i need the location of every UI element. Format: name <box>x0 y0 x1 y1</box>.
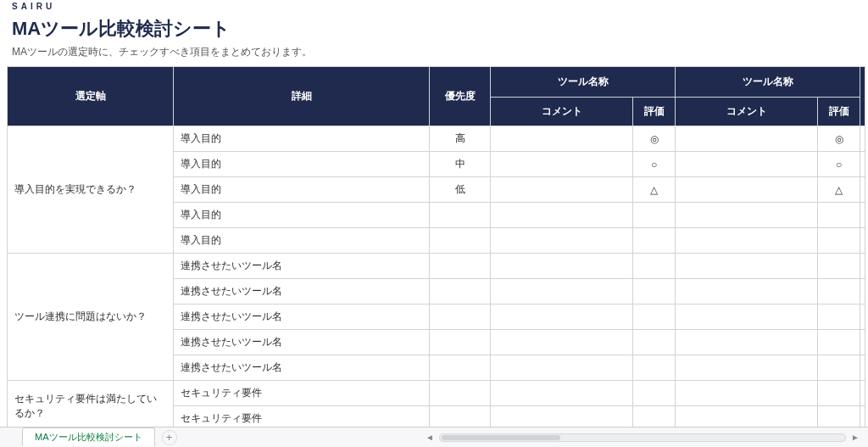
score-b-cell[interactable] <box>818 381 860 406</box>
score-a-cell[interactable] <box>633 228 676 254</box>
col-axis[interactable]: 選定軸 <box>8 67 174 126</box>
detail-cell[interactable]: 連携させたいツール名 <box>174 305 430 330</box>
axis-cell[interactable]: セキュリティ要件は満たしているか？ <box>8 381 174 427</box>
comment-a-cell[interactable] <box>491 126 633 152</box>
score-a-cell[interactable]: ◎ <box>633 126 676 152</box>
tail-cell[interactable] <box>860 126 865 152</box>
horizontal-scrollbar[interactable]: ◄ ► <box>424 427 868 447</box>
tail-cell[interactable] <box>860 279 865 305</box>
table-row[interactable]: セキュリティ要件は満たしているか？セキュリティ要件 <box>8 381 865 406</box>
priority-cell[interactable] <box>430 406 491 427</box>
detail-cell[interactable]: セキュリティ要件 <box>174 381 430 406</box>
score-b-cell[interactable] <box>818 330 860 355</box>
comment-a-cell[interactable] <box>491 406 633 427</box>
comment-a-cell[interactable] <box>491 381 633 406</box>
sheet-tab[interactable]: MAツール比較検討シート <box>22 427 155 446</box>
tail-cell[interactable] <box>860 305 865 330</box>
priority-cell[interactable] <box>430 381 491 406</box>
comment-a-cell[interactable] <box>491 279 633 305</box>
tail-cell[interactable] <box>860 381 865 406</box>
table-row[interactable]: 導入目的を実現できるか？導入目的高◎◎ <box>8 126 865 152</box>
detail-cell[interactable]: セキュリティ要件 <box>174 406 430 427</box>
score-b-cell[interactable] <box>818 305 860 330</box>
score-a-cell[interactable] <box>633 203 676 228</box>
score-b-cell[interactable]: ◎ <box>818 126 860 152</box>
score-b-cell[interactable] <box>818 406 860 427</box>
comment-a-cell[interactable] <box>491 355 633 381</box>
comment-a-cell[interactable] <box>491 254 633 279</box>
tail-cell[interactable] <box>860 152 865 177</box>
comment-a-cell[interactable] <box>491 203 633 228</box>
comment-b-cell[interactable] <box>676 203 818 228</box>
score-a-cell[interactable] <box>633 381 676 406</box>
score-b-cell[interactable] <box>818 203 860 228</box>
detail-cell[interactable]: 導入目的 <box>174 177 430 203</box>
comment-a-cell[interactable] <box>491 152 633 177</box>
score-a-cell[interactable]: ○ <box>633 152 676 177</box>
col-tool-a[interactable]: ツール名称 <box>491 67 676 98</box>
score-b-cell[interactable] <box>818 279 860 305</box>
comment-a-cell[interactable] <box>491 177 633 203</box>
comment-b-cell[interactable] <box>676 305 818 330</box>
detail-cell[interactable]: 連携させたいツール名 <box>174 355 430 381</box>
tail-cell[interactable] <box>860 203 865 228</box>
score-b-cell[interactable] <box>818 228 860 254</box>
col-score-b[interactable]: 評価 <box>818 98 860 126</box>
priority-cell[interactable] <box>430 228 491 254</box>
col-score-a[interactable]: 評価 <box>633 98 676 126</box>
score-b-cell[interactable] <box>818 254 860 279</box>
priority-cell[interactable]: 低 <box>430 177 491 203</box>
score-a-cell[interactable] <box>633 254 676 279</box>
table-row[interactable]: ツール連携に問題はないか？連携させたいツール名 <box>8 254 865 279</box>
priority-cell[interactable] <box>430 330 491 355</box>
priority-cell[interactable]: 中 <box>430 152 491 177</box>
priority-cell[interactable] <box>430 305 491 330</box>
col-priority[interactable]: 優先度 <box>430 67 491 126</box>
scroll-right-icon[interactable]: ► <box>849 433 861 442</box>
axis-cell[interactable]: ツール連携に問題はないか？ <box>8 254 174 381</box>
tail-cell[interactable] <box>860 355 865 381</box>
comment-b-cell[interactable] <box>676 126 818 152</box>
col-comment-b[interactable]: コメント <box>676 98 818 126</box>
score-b-cell[interactable] <box>818 355 860 381</box>
tail-cell[interactable] <box>860 177 865 203</box>
score-a-cell[interactable] <box>633 355 676 381</box>
comment-b-cell[interactable] <box>676 177 818 203</box>
tail-cell[interactable] <box>860 228 865 254</box>
score-a-cell[interactable] <box>633 305 676 330</box>
comment-b-cell[interactable] <box>676 152 818 177</box>
detail-cell[interactable]: 導入目的 <box>174 152 430 177</box>
detail-cell[interactable]: 連携させたいツール名 <box>174 254 430 279</box>
col-tool-b[interactable]: ツール名称 <box>676 67 860 98</box>
comment-b-cell[interactable] <box>676 406 818 427</box>
detail-cell[interactable]: 導入目的 <box>174 126 430 152</box>
detail-cell[interactable]: 連携させたいツール名 <box>174 279 430 305</box>
priority-cell[interactable] <box>430 203 491 228</box>
comment-a-cell[interactable] <box>491 330 633 355</box>
priority-cell[interactable] <box>430 279 491 305</box>
scroll-track[interactable] <box>439 433 846 442</box>
col-detail[interactable]: 詳細 <box>174 67 430 126</box>
axis-cell[interactable]: 導入目的を実現できるか？ <box>8 126 174 254</box>
col-comment-a[interactable]: コメント <box>491 98 633 126</box>
tail-cell[interactable] <box>860 330 865 355</box>
detail-cell[interactable]: 導入目的 <box>174 228 430 254</box>
scroll-left-icon[interactable]: ◄ <box>424 433 436 442</box>
score-a-cell[interactable] <box>633 406 676 427</box>
comment-b-cell[interactable] <box>676 254 818 279</box>
tail-cell[interactable] <box>860 254 865 279</box>
comment-b-cell[interactable] <box>676 330 818 355</box>
score-b-cell[interactable]: ○ <box>818 152 860 177</box>
scroll-thumb[interactable] <box>442 435 560 440</box>
score-b-cell[interactable]: △ <box>818 177 860 203</box>
tail-cell[interactable] <box>860 406 865 427</box>
priority-cell[interactable]: 高 <box>430 126 491 152</box>
comment-b-cell[interactable] <box>676 279 818 305</box>
comment-b-cell[interactable] <box>676 355 818 381</box>
priority-cell[interactable] <box>430 355 491 381</box>
comment-a-cell[interactable] <box>491 228 633 254</box>
add-sheet-button[interactable]: + <box>162 430 177 445</box>
comment-a-cell[interactable] <box>491 305 633 330</box>
detail-cell[interactable]: 導入目的 <box>174 203 430 228</box>
comment-b-cell[interactable] <box>676 228 818 254</box>
